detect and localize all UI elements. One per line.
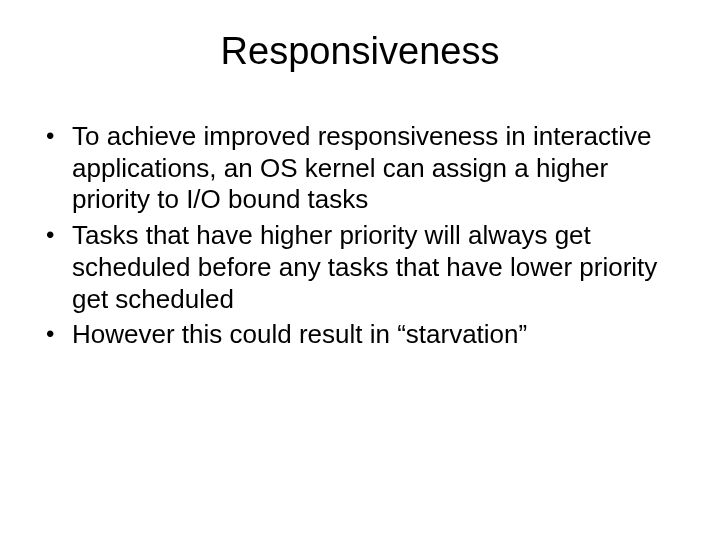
list-item: However this could result in “starvation… bbox=[40, 319, 680, 351]
slide-container: Responsiveness To achieve improved respo… bbox=[0, 0, 720, 540]
bullet-list: To achieve improved responsiveness in in… bbox=[40, 121, 680, 351]
list-item: To achieve improved responsiveness in in… bbox=[40, 121, 680, 216]
slide-title: Responsiveness bbox=[40, 30, 680, 73]
list-item: Tasks that have higher priority will alw… bbox=[40, 220, 680, 315]
